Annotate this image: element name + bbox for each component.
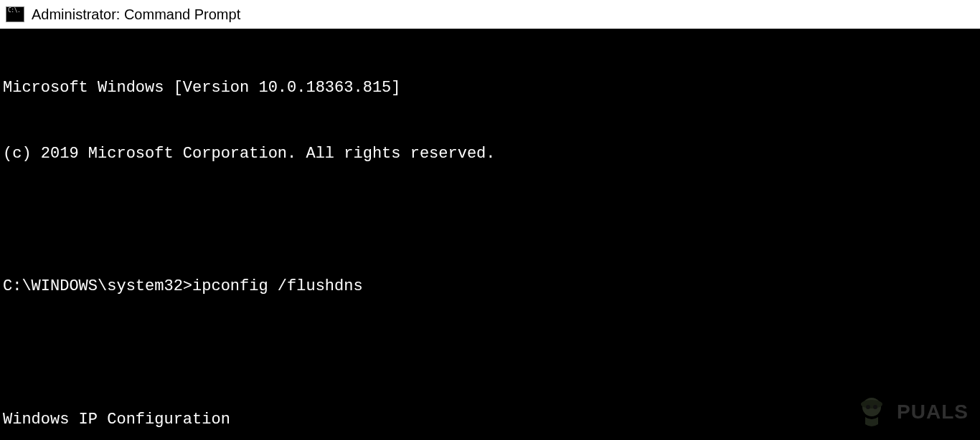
watermark: PUALS (852, 393, 969, 431)
cmd-icon-text: C:\. (8, 8, 20, 14)
watermark-text: PUALS (897, 401, 969, 424)
terminal-line (3, 343, 977, 365)
terminal-line (3, 210, 977, 232)
svg-point-2 (866, 405, 870, 409)
watermark-logo-icon (852, 393, 891, 431)
cmd-icon: C:\. (6, 6, 24, 22)
svg-point-3 (873, 405, 877, 409)
terminal-line: Microsoft Windows [Version 10.0.18363.81… (3, 77, 977, 100)
titlebar[interactable]: C:\. Administrator: Command Prompt (0, 0, 980, 29)
terminal-line: C:\WINDOWS\system32>ipconfig /flushdns (3, 276, 977, 298)
terminal-line: (c) 2019 Microsoft Corporation. All righ… (3, 143, 977, 166)
terminal-output[interactable]: Microsoft Windows [Version 10.0.18363.81… (0, 29, 980, 440)
window-title: Administrator: Command Prompt (32, 6, 240, 23)
svg-point-1 (861, 400, 882, 408)
terminal-line: Windows IP Configuration (3, 409, 977, 431)
